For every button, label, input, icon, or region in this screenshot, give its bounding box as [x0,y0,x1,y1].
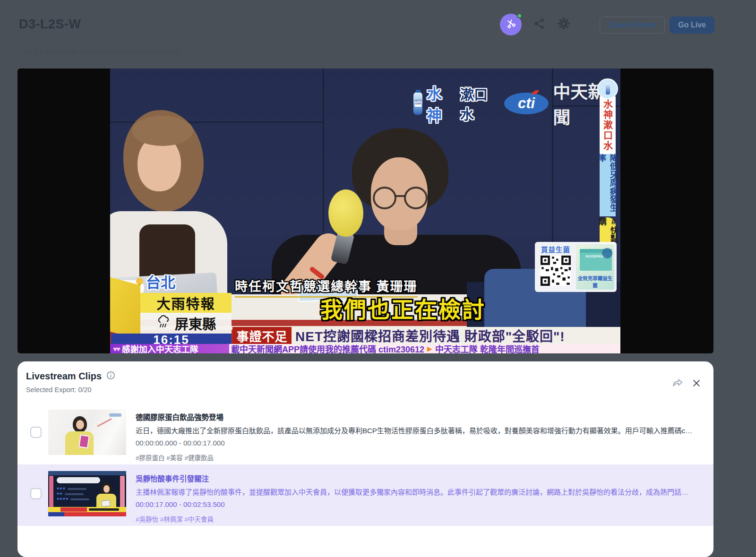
qr-code [541,256,571,286]
clip-title: 德國膠原蛋白飲品強勢登場 [136,411,693,422]
clip-title: 吳靜怡酸事件引發關注 [136,473,693,483]
map-pin-icon [136,278,143,285]
page-title: D3-L2S-W [19,17,81,32]
settings-button[interactable] [557,17,571,32]
cti-logo: cti [504,93,549,114]
play-arrow-icon: ▶ [427,345,432,352]
export-share-button[interactable] [671,377,684,391]
banner-claim-text: 降低牙周病發生率 [596,154,619,216]
banner-brand-text: 水神漱口水 [601,99,615,151]
microphone-head [328,189,363,237]
banner-bottle-icon [597,78,618,99]
clip-tags: #膠原蛋白 #美容 #健康飲品 [136,453,693,462]
clip-checkbox[interactable] [30,488,42,499]
share-icon [533,17,545,32]
notification-dot [517,13,522,18]
cancel-event-button[interactable]: Cancel Event [600,17,665,34]
ticker-headline: NET控謝國樑招商差別待遇 財政部"全駁回"! [292,327,620,344]
product-badge [602,248,612,258]
product-caption: 全效克菲爾益生菌 [576,274,614,289]
rain-cloud-icon [156,314,171,333]
weather-alert-area: 屏東縣 [140,313,232,334]
info-icon[interactable] [106,371,115,382]
clip-thumbnail[interactable] [48,410,126,455]
weather-ribbon [110,276,140,340]
ticker-tag: 事證不足 [232,327,292,344]
forward-arrow-icon [671,383,684,391]
subticker-right: 載中天新聞網APP請使用我的推薦代碼 ctim230612 ▶ 中天志工隊 乾隆… [229,344,620,353]
clip-checkbox[interactable] [30,427,42,438]
location-tag: 台北 [136,271,175,292]
scissors-icon [506,18,516,31]
qr-promo-panel: 買益生菌 GOODF [535,242,617,292]
probiotic-product: GOODFEEL 全效克菲爾益生菌 [576,244,614,290]
video-frame: WATER GOD 水神 漱口水 cti 中天新聞 水神漱口水 降低牙周病發生率… [110,69,620,353]
broadcast-watermark: WATER GOD 水神 漱口水 cti 中天新聞 [413,78,620,129]
qr-label: 買益生菌 [541,244,570,254]
clip-time-range: 00:00:00.000 - 00:00:17.000 [136,439,693,447]
clip-time-range: 00:00:17.000 - 00:02:53.500 [136,500,693,508]
clip-row[interactable]: 德國膠原蛋白飲品強勢登場 近日，德國大廠推出了全新膠原蛋白肽飲品，該產品以無添加… [17,403,713,464]
video-player[interactable]: WATER GOD 水神 漱口水 cti 中天新聞 水神漱口水 降低牙周病發生率… [17,69,713,353]
header-icon-group [500,14,571,35]
gear-icon [557,17,570,32]
water-bottle-icon: WATER GOD [413,92,422,115]
clip-tool-button[interactable] [500,14,522,35]
glasses [373,187,428,210]
go-live-button[interactable]: Go Live [670,17,714,34]
panel-title: Livestream Clips [26,371,102,382]
brand-text: 水神 [427,82,456,125]
close-panel-button[interactable] [692,378,701,390]
cti-accent [532,89,540,95]
person-left-fringe [132,116,193,146]
clip-thumbnail[interactable]: ♥♥♥♥♥♥♥♥♥ [48,471,126,516]
thumb-logo [109,413,121,417]
clip-row[interactable]: ♥♥♥♥♥♥♥♥♥ 吳靜怡酸事件引發關注 主播林佩潔報導了吳靜怡的酸事件，並提醒… [17,464,713,526]
livestream-clips-panel: Livestream Clips Selected Export: 0/20 [17,361,713,557]
subticker-left: ♥♥ 感謝加入中天志工隊 [110,344,229,353]
selected-export-count: Selected Export: 0/20 [26,386,92,394]
clip-description: 主播林佩潔報導了吳靜怡的酸事件，並提醒觀眾加入中天會員，以便獲取更多獨家內容和即… [136,487,693,497]
weather-alert-title: 大雨特報 [140,293,232,313]
product-text: 漱口水 [460,84,500,123]
water-god-label: WATER GOD [415,100,421,107]
clip-tags: #吳靜怡 #林佩潔 #中天會員 [136,514,693,523]
share-button[interactable] [532,17,546,32]
hearts-icon: ♥♥ [113,345,120,353]
clip-description: 近日，德國大廠推出了全新膠原蛋白肽飲品，該產品以無添加成分及專利BCP生物活性膠… [136,425,693,435]
live-id-label: Live ID: bceccadb-99c1-44a1-acbc-f9cbadc… [19,47,180,56]
side-ad-banner: 水神漱口水 降低牙周病發生率 #快點購 [599,78,616,249]
close-icon [692,381,701,389]
quote-caption: 我們也正在檢討 [320,291,486,324]
